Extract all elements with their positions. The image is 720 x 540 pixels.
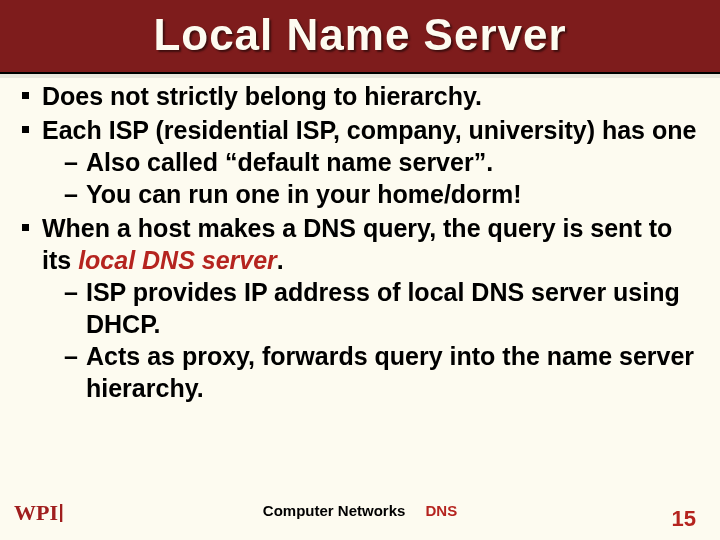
sub-bullet-list: ISP provides IP address of local DNS ser… [42,276,702,404]
bullet-item: When a host makes a DNS query, the query… [18,212,702,404]
slide-footer: WPI Computer Networks DNS 15 [0,502,720,532]
bullet-text-post: . [277,246,284,274]
bullet-list: Does not strictly belong to hierarchy. E… [18,80,702,404]
sub-bullet-text: Acts as proxy, forwards query into the n… [86,342,694,402]
sub-bullet-item: Also called “default name server”. [64,146,702,178]
sub-bullet-text: You can run one in your home/dorm! [86,180,522,208]
slide-title: Local Name Server [153,10,566,59]
sub-bullet-list: Also called “default name server”. You c… [42,146,702,210]
bullet-text-emphasis: local DNS server [78,246,277,274]
bullet-item: Does not strictly belong to hierarchy. [18,80,702,112]
footer-course: Computer Networks [263,502,406,519]
title-band: Local Name Server [0,0,720,74]
sub-bullet-text: ISP provides IP address of local DNS ser… [86,278,680,338]
bullet-text: Each ISP (residential ISP, company, univ… [42,116,696,144]
footer-topic: DNS [410,502,458,519]
sub-bullet-item: ISP provides IP address of local DNS ser… [64,276,702,340]
bullet-item: Each ISP (residential ISP, company, univ… [18,114,702,210]
slide-body: Does not strictly belong to hierarchy. E… [18,80,702,492]
footer-center: Computer Networks DNS [0,502,720,519]
sub-bullet-item: You can run one in your home/dorm! [64,178,702,210]
slide: Local Name Server Does not strictly belo… [0,0,720,540]
sub-bullet-text: Also called “default name server”. [86,148,493,176]
page-number: 15 [672,506,696,532]
sub-bullet-item: Acts as proxy, forwards query into the n… [64,340,702,404]
bullet-text: Does not strictly belong to hierarchy. [42,82,482,110]
